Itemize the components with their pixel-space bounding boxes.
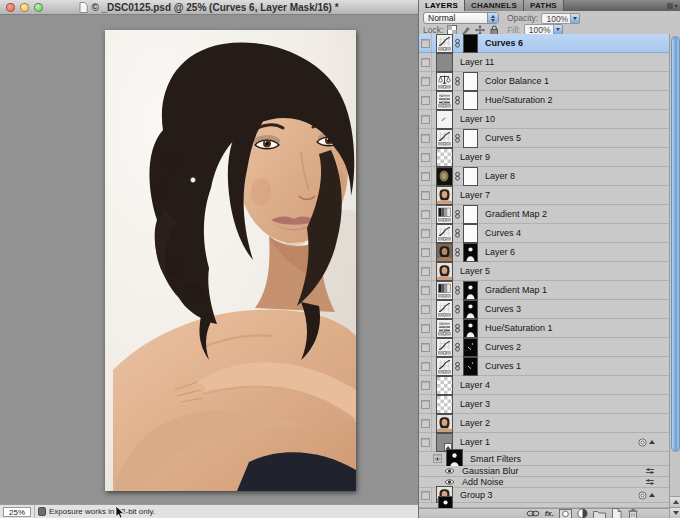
- opacity-value-field[interactable]: 100%: [541, 13, 571, 24]
- layer-thumbnail[interactable]: [436, 376, 453, 395]
- visibility-toggle[interactable]: [421, 191, 430, 200]
- layer-thumbnail[interactable]: [436, 72, 453, 91]
- visibility-toggle[interactable]: [421, 172, 430, 181]
- layer-row[interactable]: Smart Filters: [419, 452, 669, 466]
- visibility-toggle[interactable]: [421, 210, 430, 219]
- disclosure-triangle-icon[interactable]: [649, 440, 655, 444]
- visibility-toggle[interactable]: [421, 77, 430, 86]
- layer-mask-thumbnail[interactable]: [463, 205, 478, 224]
- tab-paths[interactable]: PATHS: [524, 0, 564, 11]
- layer-mask-thumbnail[interactable]: [463, 167, 478, 186]
- close-button[interactable]: [6, 3, 15, 12]
- tab-layers[interactable]: LAYERS: [419, 0, 465, 11]
- layer-row[interactable]: Curves 5: [419, 129, 669, 148]
- visibility-toggle[interactable]: [421, 248, 430, 257]
- smart-filter-badge-icon[interactable]: [638, 438, 647, 447]
- smart-filter-row[interactable]: Add Noise: [419, 477, 669, 488]
- layer-thumbnail[interactable]: [436, 148, 453, 167]
- layer-thumbnail[interactable]: [436, 357, 453, 376]
- layer-thumbnail[interactable]: [436, 281, 453, 300]
- layer-thumbnail[interactable]: [436, 129, 453, 148]
- smart-filter-badge-icon[interactable]: [638, 491, 647, 500]
- smart-filter-row[interactable]: Gaussian Blur: [419, 466, 669, 477]
- new-group-icon[interactable]: [593, 509, 606, 518]
- layer-mask-thumbnail[interactable]: [463, 357, 478, 376]
- layer-row[interactable]: Hue/Saturation 2: [419, 91, 669, 110]
- visibility-toggle[interactable]: [421, 419, 430, 428]
- visibility-toggle[interactable]: [444, 467, 455, 475]
- layer-row[interactable]: Curves 2: [419, 338, 669, 357]
- layer-mask-thumbnail[interactable]: [463, 300, 478, 319]
- visibility-toggle[interactable]: [421, 438, 430, 447]
- layer-thumbnail[interactable]: [436, 53, 453, 72]
- visibility-toggle[interactable]: [421, 343, 430, 352]
- layer-thumbnail[interactable]: [436, 414, 453, 433]
- layer-mask-thumbnail[interactable]: [463, 34, 478, 53]
- layer-thumbnail[interactable]: [436, 205, 453, 224]
- lock-all-icon[interactable]: [489, 25, 499, 35]
- layer-mask-thumbnail[interactable]: [463, 281, 478, 300]
- lock-pixels-icon[interactable]: [461, 25, 471, 35]
- layer-mask-thumbnail[interactable]: [463, 129, 478, 148]
- layer-row[interactable]: Layer 2: [419, 414, 669, 433]
- layer-thumbnail[interactable]: [436, 91, 453, 110]
- visibility-toggle[interactable]: [421, 96, 430, 105]
- layer-row[interactable]: Gradient Map 1: [419, 281, 669, 300]
- layer-row[interactable]: Curves 3: [419, 300, 669, 319]
- layer-thumbnail[interactable]: [436, 262, 453, 281]
- layer-row[interactable]: Layer 6: [419, 243, 669, 262]
- layer-thumbnail[interactable]: [436, 338, 453, 357]
- visibility-toggle[interactable]: [421, 153, 430, 162]
- layer-row[interactable]: Layer 11: [419, 53, 669, 72]
- lock-transparency-icon[interactable]: [447, 25, 457, 35]
- layer-row[interactable]: Layer 5: [419, 262, 669, 281]
- layer-thumbnail[interactable]: [436, 110, 453, 129]
- canvas-area[interactable]: [0, 15, 418, 504]
- lock-position-icon[interactable]: [475, 25, 485, 35]
- visibility-toggle[interactable]: [421, 324, 430, 333]
- visibility-toggle[interactable]: [421, 58, 430, 67]
- panel-scrollbar[interactable]: [669, 34, 680, 518]
- layer-row[interactable]: Layer 9: [419, 148, 669, 167]
- filter-blending-options-icon[interactable]: [645, 467, 655, 475]
- scrollbar-thumb[interactable]: [671, 36, 680, 452]
- layer-thumbnail[interactable]: [436, 243, 453, 262]
- scroll-up-icon[interactable]: [670, 496, 680, 507]
- visibility-toggle[interactable]: [421, 400, 430, 409]
- status-doc-icon[interactable]: [38, 507, 46, 516]
- layer-thumbnail[interactable]: [436, 224, 453, 243]
- layer-row[interactable]: Layer 8: [419, 167, 669, 186]
- add-layer-style-icon[interactable]: fx.: [545, 509, 554, 518]
- new-layer-icon[interactable]: [611, 509, 622, 518]
- scroll-down-icon[interactable]: [670, 507, 680, 518]
- layer-mask-thumbnail[interactable]: [463, 72, 478, 91]
- add-layer-mask-icon[interactable]: [559, 509, 572, 518]
- visibility-toggle[interactable]: [421, 491, 430, 500]
- layer-row[interactable]: Curves 4: [419, 224, 669, 243]
- visibility-toggle[interactable]: [421, 305, 430, 314]
- disclosure-triangle-icon[interactable]: [649, 493, 655, 497]
- layer-thumbnail[interactable]: [436, 300, 453, 319]
- zoom-level-field[interactable]: 25%: [3, 507, 31, 517]
- tab-channels[interactable]: CHANNELS: [465, 0, 524, 11]
- visibility-toggle[interactable]: [421, 267, 430, 276]
- layer-thumbnail[interactable]: [438, 496, 453, 509]
- layer-mask-thumbnail[interactable]: [463, 243, 478, 262]
- layer-row[interactable]: Layer 10: [419, 110, 669, 129]
- filter-blending-options-icon[interactable]: [645, 478, 655, 486]
- panel-menu-icon[interactable]: [666, 1, 679, 10]
- opacity-dropdown-arrow-icon[interactable]: [571, 13, 580, 24]
- layer-thumbnail[interactable]: [436, 186, 453, 205]
- layer-thumbnail[interactable]: [436, 319, 453, 338]
- document-titlebar[interactable]: © _DSC0125.psd @ 25% (Curves 6, Layer Ma…: [0, 0, 418, 15]
- layer-thumbnail[interactable]: [436, 34, 453, 53]
- visibility-toggle[interactable]: [421, 229, 430, 238]
- layer-mask-thumbnail[interactable]: [463, 91, 478, 110]
- visibility-toggle[interactable]: [421, 115, 430, 124]
- layer-mask-thumbnail[interactable]: [463, 224, 478, 243]
- visibility-toggle[interactable]: [421, 362, 430, 371]
- zoom-button[interactable]: [34, 3, 43, 12]
- visibility-toggle[interactable]: [421, 39, 430, 48]
- visibility-toggle[interactable]: [421, 381, 430, 390]
- layer-thumbnail[interactable]: [436, 167, 453, 186]
